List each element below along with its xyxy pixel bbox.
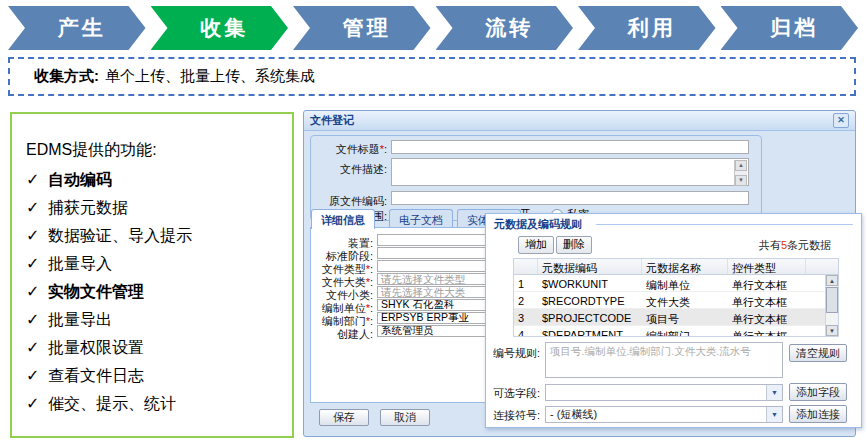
header-cell-name[interactable]: 元数据名称: [642, 259, 728, 274]
cell-code: $DEPARTMENT: [538, 326, 642, 337]
feature-item: ✓自动编码: [26, 166, 284, 194]
cell-name: 文件大类: [642, 292, 728, 308]
scroll-up-icon[interactable]: ▲: [826, 275, 838, 286]
cell-name: 项目号: [642, 309, 728, 325]
orig-code-input[interactable]: [391, 191, 749, 205]
cell-type: 单行文本框: [728, 326, 806, 337]
check-icon: ✓: [26, 334, 48, 362]
feature-item: ✓查看文件日志: [26, 362, 284, 390]
form-input-work-unit[interactable]: [377, 299, 491, 311]
scrollbar-thumb[interactable]: [826, 287, 838, 313]
file-title-input[interactable]: [391, 140, 749, 154]
grid-row[interactable]: 2 $RECORDTYPE 文件大类 单行文本框: [514, 292, 838, 309]
cell-code: $RECORDTYPE: [538, 292, 642, 308]
cell-name: 编制部门: [642, 326, 728, 337]
textarea-scrollbar[interactable]: ▲ ▼: [734, 160, 747, 186]
cell-num: 4: [514, 326, 538, 337]
features-title: EDMS提供的功能:: [26, 140, 284, 161]
form-input-file-major-class[interactable]: [377, 273, 491, 285]
tab-details[interactable]: 详细信息: [311, 209, 375, 229]
flow-step-produce: 产生: [8, 6, 146, 50]
close-button[interactable]: ✕: [833, 113, 849, 128]
feature-label: 查看文件日志: [48, 362, 144, 390]
cell-type: 单行文本框: [728, 275, 806, 291]
tab-edocument[interactable]: 电子文档: [389, 209, 453, 227]
feature-item: ✓数据验证、导入提示: [26, 222, 284, 250]
record-count: 共有5条元数据: [759, 238, 831, 253]
flow-step-label: 收集: [200, 14, 248, 42]
feature-label: 批量导出: [48, 306, 112, 334]
header-cell-type[interactable]: 控件类型: [728, 259, 806, 274]
connector-label: 连接符号:: [493, 408, 540, 423]
cell-num: 1: [514, 275, 538, 291]
file-desc-textarea[interactable]: ▲ ▼: [391, 158, 749, 186]
scroll-up-icon[interactable]: ▲: [735, 160, 747, 171]
banner-text: 单个上传、批量上传、系统集成: [105, 67, 315, 86]
grid-row[interactable]: 4 $DEPARTMENT 编制部门 单行文本框: [514, 326, 838, 337]
scroll-down-icon[interactable]: ▼: [826, 325, 838, 336]
banner-label: 收集方式:: [34, 67, 99, 86]
form-input-device[interactable]: [377, 234, 491, 246]
grid-row[interactable]: 1 $WORKUNIT 编制单位 单行文本框: [514, 275, 838, 292]
header-cell-filler: [806, 259, 838, 274]
form-input-file-type[interactable]: [377, 260, 491, 272]
combo-trigger-icon[interactable]: ▼: [766, 385, 782, 400]
flow-step-collect: 收集: [151, 6, 289, 50]
delete-button[interactable]: 删除: [556, 236, 592, 254]
check-icon: ✓: [26, 362, 48, 390]
cell-type: 单行文本框: [728, 309, 806, 325]
form-input-standard-stage[interactable]: [377, 247, 491, 259]
form-input-department[interactable]: [377, 312, 491, 324]
file-title-label: 文件标题*:: [313, 142, 387, 157]
clear-rule-button[interactable]: 清空规则: [789, 344, 847, 362]
combo-trigger-icon[interactable]: ▼: [766, 407, 782, 422]
add-button[interactable]: 增加: [518, 236, 554, 254]
add-field-button[interactable]: 添加字段: [789, 383, 847, 401]
cell-code: $PROJECTCODE: [538, 309, 642, 325]
connector-combo[interactable]: - (短横线) ▼: [545, 406, 783, 423]
scroll-down-icon[interactable]: ▼: [735, 175, 747, 186]
feature-item: ✓批量导出: [26, 306, 284, 334]
cancel-button[interactable]: 取消: [380, 409, 430, 426]
optional-field-combo[interactable]: ▼: [545, 384, 783, 401]
check-icon: ✓: [26, 194, 48, 222]
grid-scrollbar[interactable]: ▲ ▼: [825, 275, 838, 336]
grid-row-selected[interactable]: 3 $PROJECTCODE 项目号 单行文本框: [514, 309, 838, 326]
dialog-titlebar[interactable]: 文件登记 ✕: [304, 111, 855, 131]
form-input-file-minor-class[interactable]: [377, 286, 491, 298]
check-icon: ✓: [26, 250, 48, 278]
check-icon: ✓: [26, 390, 48, 418]
feature-label: 批量权限设置: [48, 334, 144, 362]
cell-name: 编制单位: [642, 275, 728, 291]
flow-step-archive: 归档: [721, 6, 859, 50]
feature-label: 自动编码: [48, 166, 112, 194]
file-desc-label: 文件描述:: [313, 162, 387, 177]
optional-field-label: 可选字段:: [493, 386, 540, 401]
rule-label: 编号规则:: [493, 346, 540, 361]
panel-title: 元数据及编码规则: [494, 217, 582, 232]
header-cell-num[interactable]: [514, 259, 538, 274]
feature-label: 实物文件管理: [48, 278, 144, 306]
grid-header: 元数据编码 元数据名称 控件类型: [514, 259, 838, 275]
feature-label: 批量导入: [48, 250, 112, 278]
cell-num: 2: [514, 292, 538, 308]
features-panel: EDMS提供的功能: ✓自动编码 ✓捕获元数据 ✓数据验证、导入提示 ✓批量导入…: [10, 112, 294, 438]
flow-step-label: 流转: [485, 14, 533, 42]
flow-step-label: 管理: [343, 14, 391, 42]
form-input-creator[interactable]: [377, 325, 491, 337]
add-connect-button[interactable]: 添加连接: [789, 405, 847, 423]
metadata-rules-panel: 元数据及编码规则 增加 删除 共有5条元数据 元数据编码 元数据名称 控件类型 …: [485, 213, 862, 428]
feature-label: 数据验证、导入提示: [48, 222, 192, 250]
orig-code-label: 原文件编码:: [313, 194, 387, 209]
header-cell-code[interactable]: 元数据编码: [538, 259, 642, 274]
cell-num: 3: [514, 309, 538, 325]
collect-method-banner: 收集方式: 单个上传、批量上传、系统集成: [8, 57, 856, 96]
check-icon: ✓: [26, 306, 48, 334]
feature-item: ✓批量权限设置: [26, 334, 284, 362]
workflow-steps: 产生 收集 管理 流转 利用 归档: [8, 6, 858, 50]
feature-item: ✓催交、提示、统计: [26, 390, 284, 418]
feature-label: 催交、提示、统计: [48, 390, 176, 418]
rule-textarea[interactable]: [545, 342, 783, 378]
cell-code: $WORKUNIT: [538, 275, 642, 291]
save-button[interactable]: 保存: [319, 409, 369, 426]
